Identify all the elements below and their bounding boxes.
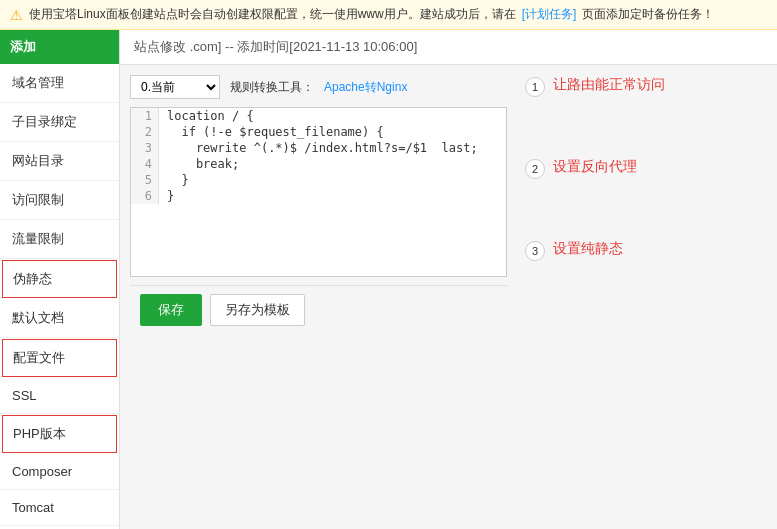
converter-label: 规则转换工具： [230, 79, 314, 96]
sidebar-item-default-doc[interactable]: 默认文档 [0, 299, 119, 338]
code-line-4: 4 break; [131, 156, 506, 172]
line-num-6: 6 [131, 188, 159, 204]
sidebar-item-composer[interactable]: Composer [0, 454, 119, 490]
warning-icon: ⚠ [10, 7, 23, 23]
save-button[interactable]: 保存 [140, 294, 202, 326]
warning-bar: ⚠ 使用宝塔Linux面板创建站点时会自动创建权限配置，统一使用www用户。建站… [0, 0, 777, 30]
code-line-2: 2 if (!-e $request_filename) { [131, 124, 506, 140]
code-editor[interactable]: 1 location / { 2 if (!-e $request_filena… [130, 107, 507, 277]
sidebar-item-tomcat[interactable]: Tomcat [0, 490, 119, 526]
line-code-6: } [159, 188, 182, 204]
right-panel: 1 让路由能正常访问 2 设置反向代理 3 设置纯静态 [517, 65, 777, 529]
section-num-3: 3 [525, 241, 545, 261]
sidebar-item-pseudo-static[interactable]: 伪静态 [2, 260, 117, 298]
content-area: 0.当前 规则转换工具： Apache转Nginx 1 location / {… [120, 65, 777, 529]
button-bar: 保存 另存为模板 [130, 285, 507, 334]
section-num-1: 1 [525, 77, 545, 97]
sidebar-item-config[interactable]: 配置文件 [2, 339, 117, 377]
sidebar-item-php[interactable]: PHP版本 [2, 415, 117, 453]
line-num-3: 3 [131, 140, 159, 156]
section-spacer-2 [525, 189, 769, 239]
code-line-5: 5 } [131, 172, 506, 188]
line-num-2: 2 [131, 124, 159, 140]
domain-info: .com] [190, 39, 222, 54]
warning-text: 使用宝塔Linux面板创建站点时会自动创建权限配置，统一使用www用户。建站成功… [29, 6, 516, 23]
sidebar: 添加 域名管理 子目录绑定 网站目录 访问限制 流量限制 伪静态 默认文档 配置… [0, 30, 120, 529]
code-line-3: 3 rewrite ^(.*)$ /index.html?s=/$1 last; [131, 140, 506, 156]
page-title: 站点修改 [134, 39, 186, 54]
section-spacer-1 [525, 107, 769, 157]
section-item-3: 3 设置纯静态 [525, 239, 769, 261]
line-num-1: 1 [131, 108, 159, 124]
line-code-3: rewrite ^(.*)$ /index.html?s=/$1 last; [159, 140, 486, 156]
section-text-2: 设置反向代理 [553, 157, 637, 177]
converter-link[interactable]: Apache转Nginx [324, 79, 407, 96]
warning-link[interactable]: [计划任务] [522, 6, 577, 23]
save-as-button[interactable]: 另存为模板 [210, 294, 305, 326]
title-bar: 站点修改 .com] -- 添加时间[2021-11-13 10:06:00] [120, 30, 777, 65]
line-code-1: location / { [159, 108, 262, 124]
sidebar-item-subdir[interactable]: 子目录绑定 [0, 103, 119, 142]
section-text-1: 让路由能正常访问 [553, 75, 665, 95]
sidebar-item-domain[interactable]: 域名管理 [0, 64, 119, 103]
toolbar-row: 0.当前 规则转换工具： Apache转Nginx [130, 75, 507, 99]
main-content: 站点修改 .com] -- 添加时间[2021-11-13 10:06:00] … [120, 30, 777, 529]
main-layout: 添加 域名管理 子目录绑定 网站目录 访问限制 流量限制 伪静态 默认文档 配置… [0, 30, 777, 529]
sidebar-add-button[interactable]: 添加 [0, 30, 119, 64]
line-code-5: } [159, 172, 197, 188]
add-time: -- 添加时间[2021-11-13 10:06:00] [225, 39, 417, 54]
line-code-4: break; [159, 156, 247, 172]
warning-text2: 页面添加定时备份任务！ [582, 6, 714, 23]
line-num-5: 5 [131, 172, 159, 188]
editor-section: 0.当前 规则转换工具： Apache转Nginx 1 location / {… [120, 65, 517, 529]
line-num-4: 4 [131, 156, 159, 172]
section-num-2: 2 [525, 159, 545, 179]
code-line-6: 6 } [131, 188, 506, 204]
code-line-1: 1 location / { [131, 108, 506, 124]
rule-select[interactable]: 0.当前 [130, 75, 220, 99]
section-item-1: 1 让路由能正常访问 [525, 75, 769, 97]
line-code-2: if (!-e $request_filename) { [159, 124, 392, 140]
sidebar-item-webdir[interactable]: 网站目录 [0, 142, 119, 181]
sidebar-item-ssl[interactable]: SSL [0, 378, 119, 414]
sidebar-item-traffic[interactable]: 流量限制 [0, 220, 119, 259]
sidebar-item-access[interactable]: 访问限制 [0, 181, 119, 220]
section-text-3: 设置纯静态 [553, 239, 623, 259]
section-item-2: 2 设置反向代理 [525, 157, 769, 179]
